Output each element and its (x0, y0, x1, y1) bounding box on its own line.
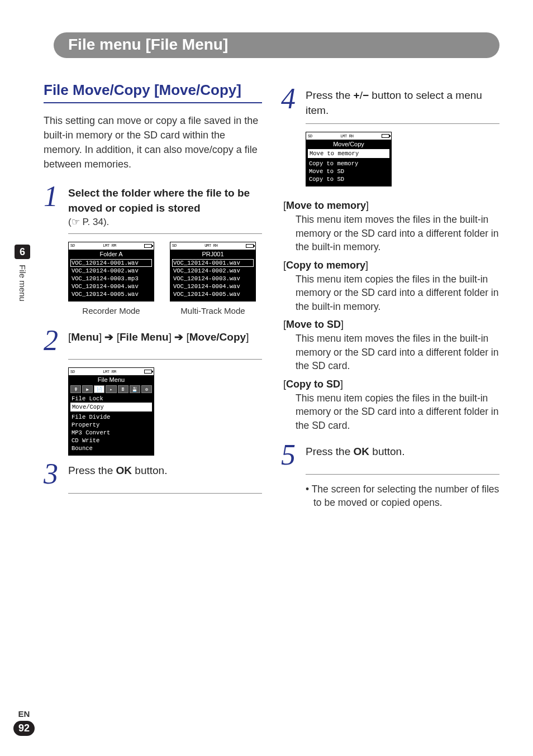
step-5-bullet: • The screen for selecting the number of… (306, 482, 499, 510)
step-3: 3 Press the OK button. (44, 461, 262, 487)
side-chapter-number: 6 (15, 245, 30, 259)
status-sd: SD (308, 134, 312, 138)
list-item: VOC_120124-0004.wav (172, 283, 254, 290)
page-footer: EN 92 (13, 709, 35, 736)
step-4-number: 4 (281, 86, 306, 112)
step4-screen-movecopy: SD LMT RH Move/Copy Move to memory Copy … (306, 132, 392, 186)
step-3-text: Press the OK button. (68, 463, 262, 479)
step-1-number: 1 (44, 184, 68, 210)
status-mid: LMT RM (103, 370, 116, 374)
list-item: VOC_120124-0003.wav (172, 275, 254, 283)
chapter-title-bar: File menu [File Menu] (54, 32, 499, 58)
list-item: Move to memory (308, 149, 389, 158)
tab-icon: 💾 (130, 385, 140, 393)
step-4: 4 Press the +/− button to select a menu … (281, 86, 499, 118)
list-item: VOC_120124-0004.wav (70, 283, 152, 290)
section-title: File Move/Copy [Move/Copy] (44, 82, 262, 103)
tab-icon: ▶ (82, 385, 93, 393)
list-item: VOC_120124-0001.wav (70, 259, 152, 267)
step-1-ref: (☞ P. 34). (68, 216, 262, 228)
option-copy-to-sd: [Copy to SD] This menu item copies the f… (283, 379, 499, 433)
screen-title: File Menu (69, 375, 154, 384)
option-move-to-memory: [Move to memory] This menu item moves th… (283, 200, 499, 254)
step-5-number: 5 (281, 442, 306, 468)
status-sd: SD (172, 243, 177, 248)
list-item: MP3 Convert (70, 429, 152, 437)
step-3-number: 3 (44, 461, 68, 487)
tab-icon: ⚙ (141, 385, 152, 393)
step1-screen-recorder: SD LMT RM Folder A VOC_120124-0001.wav V… (68, 242, 154, 302)
tab-icon: 🎚 (118, 385, 129, 393)
footer-lang: EN (18, 709, 30, 719)
step-2: 2 [Menu] ➔ [File Menu] ➔ [Move/Copy] (44, 328, 262, 354)
status-mid: LMT RH (340, 134, 353, 138)
screen-caption: Recorder Mode (68, 306, 154, 315)
tab-icon: ▸ (106, 385, 116, 393)
list-item: VOC_120124-0001.wav (172, 259, 254, 267)
step-4-text: Press the +/− button to select a menu it… (306, 88, 499, 118)
list-item: Copy to memory (308, 160, 389, 168)
list-item: Move/Copy (70, 403, 152, 412)
step-5-text: Press the OK button. (306, 444, 499, 460)
battery-icon (144, 244, 152, 248)
list-item: Move to SD (308, 168, 389, 175)
list-item: Property (70, 421, 152, 429)
chapter-title: File menu [File Menu] (68, 36, 228, 53)
divider (68, 233, 262, 234)
step-1-title: Select the folder where the file to be m… (68, 186, 262, 216)
step-2-path: [Menu] ➔ [File Menu] ➔ [Move/Copy] (68, 330, 262, 345)
list-item: CD Write (70, 437, 152, 444)
step1-screen-multitrack: SD UMT RH PRJ001 VOC_120124-0001.wav VOC… (170, 242, 256, 302)
list-item: VOC_120124-0002.wav (70, 267, 152, 275)
divider (68, 359, 262, 360)
status-sd: SD (70, 370, 75, 374)
screen-caption: Multi-Track Mode (170, 306, 256, 315)
list-item: VOC_120124-0005.wav (172, 290, 254, 298)
battery-icon (144, 370, 152, 374)
step-2-number: 2 (44, 328, 68, 354)
status-mid: UMT RH (204, 243, 217, 248)
section-intro: This setting can move or copy a file sav… (44, 113, 262, 171)
tab-icons-row: 🎙 ▶ 📄 ▸ 🎚 💾 ⚙ (69, 384, 154, 394)
step-1: 1 Select the folder where the file to be… (44, 184, 262, 227)
divider (306, 474, 499, 475)
footer-page-number: 92 (13, 721, 35, 736)
screen-title: PRJ001 (170, 250, 255, 259)
option-move-to-sd: [Move to SD] This menu item moves the fi… (283, 319, 499, 373)
step-5: 5 Press the OK button. (281, 442, 499, 468)
list-item: File Lock (70, 395, 152, 403)
side-tab: 6 File menu (15, 245, 30, 302)
list-item: VOC_120124-0003.mp3 (70, 275, 152, 283)
screen-title: Move/Copy (306, 140, 391, 149)
option-copy-to-memory: [Copy to memory] This menu item copies t… (283, 260, 499, 314)
side-label: File menu (18, 265, 27, 302)
status-mid: LMT RM (103, 243, 116, 248)
list-item: Copy to SD (308, 175, 389, 183)
list-item: Bounce (70, 444, 152, 452)
divider (306, 123, 499, 124)
list-item: VOC_120124-0005.wav (70, 290, 152, 298)
status-sd: SD (70, 243, 75, 248)
list-item: File Divide (70, 413, 152, 421)
battery-icon (382, 134, 389, 138)
tab-icon: 📄 (94, 385, 104, 393)
tab-icon: 🎙 (70, 385, 81, 393)
step2-screen-filemenu: SD LMT RM File Menu 🎙 ▶ 📄 ▸ 🎚 💾 ⚙ (68, 367, 154, 456)
divider (68, 493, 262, 494)
list-item: VOC_120124-0002.wav (172, 267, 254, 275)
battery-icon (246, 244, 254, 248)
screen-title: Folder A (69, 250, 154, 259)
